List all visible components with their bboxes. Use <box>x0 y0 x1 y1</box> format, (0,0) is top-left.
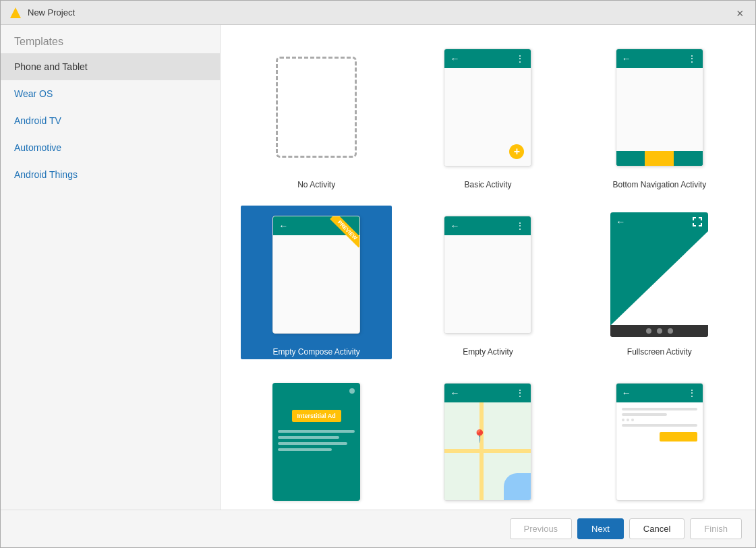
empty-activity-mockup: ← ⋮ <box>444 216 531 334</box>
template-maps-activity-preview: ← ⋮ 📍 <box>434 374 542 509</box>
interstitial-lines <box>278 430 355 454</box>
map-water <box>504 473 531 500</box>
template-empty-compose-preview: ← PREVIEW <box>262 207 370 342</box>
preview-ribbon-text: PREVIEW <box>330 216 359 247</box>
template-empty-activity-preview: ← ⋮ <box>434 207 542 342</box>
map-body: 📍 <box>444 402 531 500</box>
menu-icon: ⋮ <box>687 53 697 64</box>
map-road-horizontal <box>444 449 531 453</box>
template-bottom-nav-label: Bottom Navigation Activity <box>608 179 710 191</box>
empty-activity-header: ← ⋮ <box>444 216 531 235</box>
fab-button: + <box>509 144 524 159</box>
back-arrow-icon: ← <box>622 53 631 64</box>
master-body <box>616 402 703 500</box>
bottom-nav-mockup: ← ⋮ <box>616 49 703 166</box>
sidebar-item-android-things[interactable]: Android Things <box>1 161 220 188</box>
template-basic-activity-preview: ← ⋮ + <box>434 40 542 175</box>
nav-dot-3 <box>668 328 673 334</box>
template-maps-activity[interactable]: ← ⋮ 📍 Google Maps Activity <box>412 373 563 510</box>
interstitial-mockup: Interstitial Ad <box>272 383 360 501</box>
template-basic-activity[interactable]: ← ⋮ + Basic Activity <box>412 38 563 192</box>
sidebar-item-automotive[interactable]: Automotive <box>1 134 220 161</box>
master-mockup: ← ⋮ <box>616 383 703 501</box>
interstitial-badge: Interstitial Ad <box>292 410 341 422</box>
template-empty-activity-label: Empty Activity <box>459 346 517 358</box>
no-activity-box <box>276 57 357 158</box>
nav-dot-1 <box>646 328 651 334</box>
titlebar: New Project × <box>1 1 755 25</box>
body: Templates Phone and Tablet Wear OS Andro… <box>1 25 755 510</box>
previous-button[interactable]: Previous <box>510 518 573 539</box>
sidebar-item-android-tv[interactable]: Android TV <box>1 107 220 134</box>
template-master-detail[interactable]: ← ⋮ <box>584 373 735 510</box>
nav-item-1 <box>616 151 645 166</box>
menu-icon: ⋮ <box>515 220 525 231</box>
back-arrow-icon: ← <box>622 388 631 398</box>
bottom-nav-body <box>616 68 703 151</box>
template-empty-compose-label: Empty Compose Activity <box>268 346 364 358</box>
template-no-activity-preview <box>262 40 370 175</box>
sidebar-item-phone-tablet[interactable]: Phone and Tablet <box>1 53 220 80</box>
template-fullscreen-preview: ← <box>606 207 714 342</box>
basic-activity-mockup: ← ⋮ + <box>444 49 531 166</box>
sidebar-item-wear-os[interactable]: Wear OS <box>1 80 220 107</box>
menu-icon: ⋮ <box>515 388 525 398</box>
app-icon <box>9 6 22 20</box>
preview-ribbon: PREVIEW <box>319 216 359 257</box>
fullscreen-bottom-bar <box>610 325 708 337</box>
compose-mockup: ← PREVIEW <box>272 216 360 334</box>
master-line-1 <box>622 408 697 410</box>
map-mockup: ← ⋮ 📍 <box>444 383 531 501</box>
close-button[interactable]: × <box>736 7 747 18</box>
template-no-activity-label: No Activity <box>293 179 339 191</box>
template-empty-compose[interactable]: ← PREVIEW Empty Compose Activity <box>241 206 392 359</box>
fullscreen-screen: ← <box>610 212 708 325</box>
fullscreen-top-bar: ← <box>610 212 708 231</box>
template-fullscreen[interactable]: ← <box>584 206 735 359</box>
nav-dot-2 <box>657 328 662 334</box>
back-arrow-icon: ← <box>616 216 625 227</box>
back-arrow-icon: ← <box>450 53 459 64</box>
map-road-vertical <box>479 402 484 500</box>
sidebar: Templates Phone and Tablet Wear OS Andro… <box>1 25 221 510</box>
menu-icon: ⋮ <box>687 388 697 398</box>
master-line-2 <box>622 413 667 416</box>
template-interstitial-ad[interactable]: Interstitial Ad Interstitial Ad <box>241 373 392 510</box>
nav-item-3 <box>674 151 703 166</box>
back-arrow-icon: ← <box>450 388 459 398</box>
titlebar-left: New Project <box>9 6 75 20</box>
template-fullscreen-label: Fullscreen Activity <box>623 346 696 358</box>
master-line-3 <box>622 424 697 427</box>
template-bottom-nav-preview: ← ⋮ <box>606 40 714 175</box>
template-master-detail-preview: ← ⋮ <box>606 374 714 509</box>
new-project-window: New Project × Templates Phone and Tablet… <box>0 0 756 548</box>
master-header: ← ⋮ <box>616 384 703 402</box>
templates-grid: No Activity ← ⋮ + <box>221 25 755 510</box>
back-arrow-icon: ← <box>279 220 288 231</box>
basic-activity-body: + <box>444 68 531 166</box>
bottom-nav-bar <box>616 151 703 166</box>
master-yellow-bar <box>660 432 697 442</box>
interstitial-dot <box>349 388 355 394</box>
template-bottom-nav[interactable]: ← ⋮ Bottom Navigation Activity <box>584 38 735 192</box>
footer: Previous Next Cancel Finish <box>1 510 755 547</box>
main-content: No Activity ← ⋮ + <box>221 25 755 510</box>
template-empty-activity[interactable]: ← ⋮ Empty Activity <box>412 206 563 359</box>
diagonal-decoration <box>610 231 708 325</box>
finish-button[interactable]: Finish <box>690 518 742 539</box>
back-arrow-icon: ← <box>450 220 459 231</box>
sidebar-header: Templates <box>1 25 220 53</box>
map-header: ← ⋮ <box>444 384 531 402</box>
template-no-activity[interactable]: No Activity <box>241 38 392 192</box>
bottom-nav-header: ← ⋮ <box>616 49 703 68</box>
nav-item-2 <box>645 151 674 166</box>
map-pin: 📍 <box>472 429 487 444</box>
basic-activity-header: ← ⋮ <box>444 49 531 68</box>
cancel-button[interactable]: Cancel <box>629 518 685 539</box>
svg-marker-0 <box>10 7 21 18</box>
expand-icon <box>692 216 703 227</box>
window-title: New Project <box>28 7 75 18</box>
fullscreen-mockup: ← <box>610 212 708 337</box>
empty-activity-body <box>444 235 531 333</box>
next-button[interactable]: Next <box>577 518 624 539</box>
